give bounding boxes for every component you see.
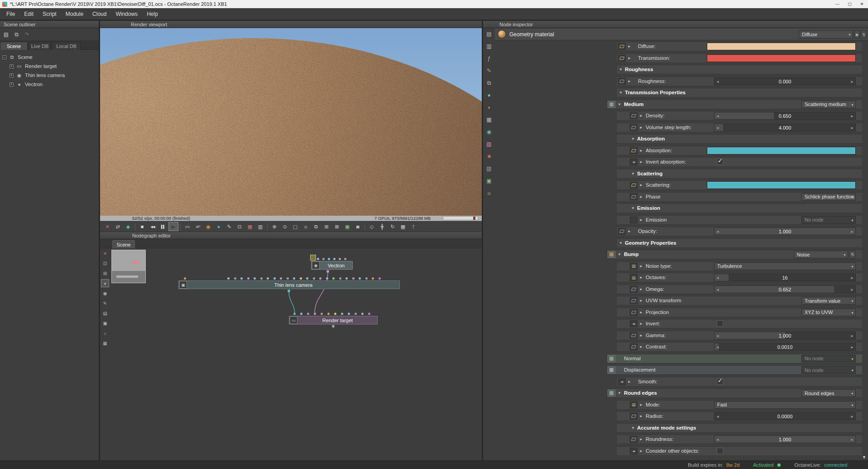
reload-scene-icon[interactable]: ⇄	[113, 222, 123, 231]
input-pin[interactable]	[287, 277, 289, 280]
slider-increment-icon[interactable]: ►	[850, 288, 854, 292]
input-pin[interactable]	[372, 277, 374, 280]
nodegraph-tab-scene[interactable]: Scene	[112, 240, 135, 248]
palette-sphere-icon[interactable]: ●	[484, 91, 494, 99]
expander-icon[interactable]: ►	[639, 114, 643, 118]
ng-texture-icon[interactable]: ◉	[101, 289, 109, 297]
input-pin[interactable]	[348, 313, 350, 315]
color-swatch[interactable]	[707, 147, 856, 155]
value-slider[interactable]: ◄1.000►	[714, 227, 856, 235]
slider-increment-icon[interactable]: ►	[850, 345, 854, 349]
input-pin[interactable]	[317, 258, 319, 260]
input-pin[interactable]	[368, 313, 370, 315]
node-icon[interactable]	[608, 355, 615, 362]
input-pin[interactable]	[280, 277, 282, 280]
menu-module[interactable]: Module	[61, 8, 88, 19]
dropdown[interactable]: Round edges▼	[801, 389, 856, 397]
node-type-icon[interactable]: ◂▸	[618, 378, 626, 385]
node-type-icon[interactable]	[630, 182, 638, 189]
expander-icon[interactable]: ►	[628, 44, 631, 48]
expander-icon[interactable]: ▼	[619, 91, 623, 95]
value-slider[interactable]: ◄0.0010►	[714, 343, 856, 351]
expander-icon[interactable]: ▼	[618, 391, 621, 395]
value-slider[interactable]: ◄1.000►	[714, 435, 856, 443]
expander-icon[interactable]: ►	[628, 79, 631, 83]
node-type-icon[interactable]	[618, 78, 626, 85]
expander-icon[interactable]: ►	[639, 183, 643, 187]
tab-local-db[interactable]: Local DB	[52, 42, 81, 50]
palette-layers-icon[interactable]: ⧉	[484, 79, 494, 87]
nodegraph-navigator[interactable]	[111, 250, 146, 283]
expander-icon[interactable]: ►	[639, 299, 643, 303]
input-pin[interactable]	[307, 313, 309, 315]
maximize-button[interactable]: ▢	[844, 0, 856, 8]
expander-icon[interactable]: ►	[639, 322, 643, 326]
value-slider[interactable]: ◄0.650►	[714, 112, 856, 120]
input-pin[interactable]	[227, 277, 230, 280]
ng-delete-icon[interactable]: ✕	[101, 249, 109, 257]
dropdown[interactable]: No node▼	[801, 216, 856, 224]
material-type-dropdown[interactable]: Diffuse▼	[799, 30, 853, 39]
orbit-tool-icon[interactable]: ↻	[388, 222, 398, 231]
ng-edit-icon[interactable]: ✎	[101, 299, 109, 307]
expander-icon[interactable]: ▼	[631, 206, 635, 210]
palette-paint-icon[interactable]: ✎	[484, 67, 494, 75]
node-type-icon[interactable]	[630, 332, 638, 339]
input-pin[interactable]	[300, 313, 302, 315]
palette-image-icon[interactable]: ▣	[484, 177, 494, 185]
expander-icon[interactable]: ►	[639, 437, 643, 441]
expander-icon[interactable]: ►	[639, 287, 643, 291]
subsampling-icon[interactable]: AF¹	[193, 222, 203, 231]
slider-increment-icon[interactable]: ►	[850, 438, 854, 442]
expander-icon[interactable]: ►	[639, 195, 643, 199]
camera-target-icon[interactable]: ◇	[367, 222, 377, 231]
input-pin[interactable]	[345, 277, 348, 280]
zoom-actual-icon[interactable]: ⊙	[280, 222, 290, 231]
input-pin[interactable]	[314, 313, 316, 315]
value-slider[interactable]: ◄16►	[714, 274, 856, 281]
display-modes-icon[interactable]: ▭	[182, 222, 192, 231]
tree-item-render-target[interactable]: +▭Render target	[0, 62, 95, 71]
palette-star-icon[interactable]: ☼	[484, 189, 494, 197]
dropdown[interactable]: Noise▼	[794, 251, 848, 258]
input-pin[interactable]	[247, 277, 249, 280]
palette-grid-icon[interactable]: ▦	[484, 116, 494, 124]
input-pin[interactable]	[334, 313, 336, 315]
gizmo-icon[interactable]: †	[408, 222, 418, 231]
input-pin[interactable]	[184, 277, 186, 280]
ng-fit-icon[interactable]: ⊡	[101, 259, 109, 267]
node-type-icon[interactable]	[630, 309, 638, 316]
expander-icon[interactable]: ►	[639, 126, 643, 130]
input-pin[interactable]	[322, 258, 325, 260]
node-type-icon[interactable]	[630, 193, 638, 200]
expander-icon[interactable]: ►	[639, 414, 643, 418]
tab-scene[interactable]: Scene	[0, 42, 28, 50]
node-type-icon[interactable]	[630, 413, 638, 420]
dropdown[interactable]: XYZ to UVW▼	[801, 309, 856, 316]
palette-geometry-icon[interactable]: ▧	[484, 164, 494, 173]
menu-cloud[interactable]: Cloud	[88, 8, 111, 19]
input-pin[interactable]	[355, 313, 357, 315]
expander-icon[interactable]: ▼	[619, 241, 623, 245]
input-pin[interactable]	[361, 313, 364, 315]
palette-emission-icon[interactable]: ■	[484, 152, 494, 160]
palette-texture-icon[interactable]: ▥	[484, 42, 494, 50]
node-render-target[interactable]: ▭ Render target	[289, 316, 378, 324]
node-type-icon[interactable]: ▤	[630, 274, 638, 281]
input-pin[interactable]	[254, 277, 256, 280]
node-type-icon[interactable]	[630, 124, 638, 131]
value-slider[interactable]: ◄0.0000►	[714, 412, 856, 420]
node-type-icon[interactable]: ◂▸	[630, 320, 638, 327]
node-type-icon[interactable]	[630, 297, 638, 304]
lock-viewport-icon[interactable]: ◙	[353, 222, 363, 231]
node-type-icon[interactable]	[618, 228, 626, 235]
node-icon[interactable]	[608, 390, 615, 396]
render-viewport-canvas[interactable]	[100, 28, 482, 216]
minimize-button[interactable]: —	[831, 0, 844, 8]
render-target-output-pin[interactable]	[332, 325, 335, 328]
slider-increment-icon[interactable]: ►	[850, 80, 854, 84]
expander-icon[interactable]: ▼	[631, 137, 635, 141]
node-type-icon[interactable]	[630, 286, 638, 293]
node-icon[interactable]	[608, 101, 615, 108]
expander-icon[interactable]: ▼	[618, 102, 621, 106]
